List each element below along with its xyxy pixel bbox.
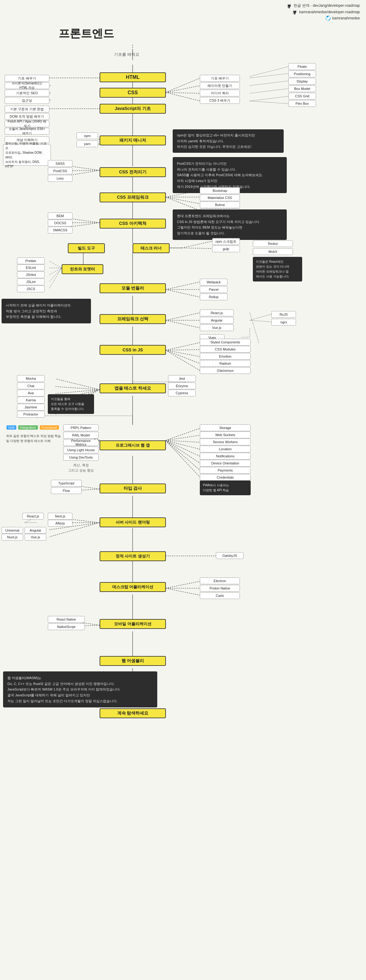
device-orientation-node: Device Orientation <box>200 460 251 466</box>
type-checkers-node[interactable]: 타입 검사 <box>100 484 166 493</box>
dom-manip-node: DOM 조작 방법 배우기 <box>5 113 50 120</box>
svg-line-113 <box>166 588 200 595</box>
module-bundler-node[interactable]: 모듈 번들러 <box>100 283 166 293</box>
github-link-1[interactable]: 한글 번역 - devJang/developer-roadmap <box>287 3 360 8</box>
github-link-2[interactable]: kamranahmedse/developer-roadmap <box>292 10 360 14</box>
learn-basics-node: 기초 배우기 <box>5 75 50 82</box>
svg-line-32 <box>250 81 290 86</box>
css-layouts-node: 레이아웃 만들기 <box>200 82 240 89</box>
github-icon-1 <box>287 3 292 8</box>
svg-line-89 <box>166 441 200 442</box>
svg-line-34 <box>250 96 290 101</box>
rollup-node: Rollup <box>200 294 227 300</box>
less-node: Less <box>48 175 72 182</box>
cypress-node: Cypress <box>168 390 196 396</box>
web-assembly-node[interactable]: 웹 어셈블리 <box>100 656 166 666</box>
css-in-js-node[interactable]: CSS in JS <box>100 345 166 355</box>
keep-learning-node[interactable]: 계속 탐색하세요 <box>100 708 166 718</box>
angular-ss-node: Angular <box>25 527 46 534</box>
svg-line-72 <box>166 350 200 350</box>
css-preprocessor-node[interactable]: CSS 전처리기 <box>100 167 166 177</box>
github-link-1-label: 한글 번역 - devJang/developer-roadmap <box>294 3 360 8</box>
server-side-node[interactable]: 서버 사이드 렌더링 <box>100 517 166 527</box>
emotion-node: Emotion <box>200 353 251 360</box>
nativescript-node: NativeScript <box>48 624 85 630</box>
concepts-detail-node: 호이스팅, 이벤트 버블링, 스코프 프로토타입, Shadow DOM, st… <box>3 144 51 166</box>
angular-node: Angular <box>200 317 234 324</box>
static-site-node[interactable]: 정적 사이트 생성기 <box>100 551 166 561</box>
svg-line-44 <box>166 197 200 204</box>
svg-line-78 <box>56 390 100 394</box>
positioning-node: Positioning <box>288 70 316 77</box>
notifications-node: Notifications <box>200 453 251 460</box>
functional-tag: Functional <box>40 425 59 430</box>
svg-line-90 <box>166 441 200 449</box>
github-link-2-label: kamranahmedse/developer-roadmap <box>299 10 360 14</box>
html-node[interactable]: HTML <box>100 72 166 82</box>
redux-info-box: 이것들은 React에만 관련이 있는 것이 아니며 어떠한 프레임워크나 앱 … <box>253 257 302 282</box>
mobile-apps-node[interactable]: 모바일 어플리케이션 <box>100 619 166 629</box>
css-framework-node[interactable]: CSS 프레임워크 <box>100 192 166 202</box>
desktop-apps-node[interactable]: 데스크탑 어플리케이션 <box>100 582 166 592</box>
twitter-link-label: kamranahmedse <box>332 16 360 20</box>
testing-node[interactable]: 앱을 테스트 하세요 <box>100 383 166 393</box>
pkg-manager-node[interactable]: 패키지 매니저 <box>100 135 166 145</box>
wasm-info-box: 웹 어셈블리(WASM)는 Go, C, C++ 또는 Rust와 같은 고급 … <box>3 671 157 708</box>
glamorous-node: Glamorous <box>200 367 251 374</box>
svg-line-29 <box>166 92 200 101</box>
svg-line-91 <box>166 441 200 457</box>
devtools-node: Using DevTools <box>63 454 99 461</box>
afterjs-node: Afterjs <box>48 520 72 527</box>
service-workers-node: Service Workers <box>200 439 251 445</box>
framework-info-box: 시작하기 전에 싱글 페이지 어플리케이션의 작동 방식 그리고 긍정적인 측면… <box>2 299 91 323</box>
es6-modules-node: 모듈러 JavaScript와 ES6+ 배우기 <box>5 128 50 135</box>
framework-node[interactable]: 프레임워크 선택 <box>100 314 166 324</box>
test-types: Unit Integration Functional <box>6 425 59 430</box>
svg-line-93 <box>166 441 200 471</box>
css-architecture-node[interactable]: CSS 아키텍쳐 <box>100 219 166 229</box>
progressive-web-node[interactable]: 프로그레시브 웹 앱 <box>100 441 166 450</box>
svg-line-62 <box>166 290 200 297</box>
svg-line-74 <box>166 350 200 364</box>
jasmine-node: Jasmine <box>17 404 45 410</box>
flexbox-node: Flex Box <box>288 100 316 107</box>
svg-line-58 <box>50 268 62 282</box>
rxjs-node: RxJS <box>271 311 296 318</box>
header: 한글 번역 - devJang/developer-roadmap kamran… <box>287 3 360 21</box>
parcel-node: Parcel <box>200 286 227 293</box>
jest-node: Jest <box>168 375 196 382</box>
github-icon-2 <box>292 10 297 14</box>
css-node[interactable]: CSS <box>100 88 166 98</box>
jscs-node: JSCS <box>17 285 45 292</box>
twitter-link[interactable]: kamranahmedse <box>326 16 360 21</box>
npm-scripts-node: npm 스크립트 <box>212 238 240 245</box>
svg-line-73 <box>166 350 200 356</box>
typescript-node: TypeScript <box>51 480 82 487</box>
enzyme-node: Enzyme <box>168 382 196 389</box>
webpack-node: Webpack <box>200 279 227 285</box>
jslint-node: JSLint <box>17 278 45 285</box>
mobx-node: MobX <box>253 248 293 255</box>
bulma-node: Bulma <box>200 201 240 208</box>
css-modules-node: CSS Modules <box>200 346 251 353</box>
svg-line-30 <box>250 66 290 76</box>
smacss-node: SMACSS <box>48 227 72 234</box>
svg-line-87 <box>166 428 200 441</box>
build-tools-node[interactable]: 빌드 도구 <box>68 243 105 253</box>
materialize-node: Materialize CSS <box>200 194 240 201</box>
basic-syntax-node: 기본 구문과 기본 문법 <box>5 106 50 112</box>
semantic-html-node: 의미론적(Semantic)인 HTML 작성 <box>5 82 50 89</box>
css3-learn-node: CSS 3 배우기 <box>200 97 240 104</box>
linter-node[interactable]: 린트와 포맷터 <box>62 264 103 274</box>
react-ss-node: React.js <box>22 513 44 520</box>
task-runner-node[interactable]: 테스크 러너 <box>133 243 169 253</box>
payments-node: Payments <box>200 467 251 474</box>
svg-line-92 <box>166 441 200 463</box>
svg-line-75 <box>166 350 200 371</box>
box-model-node: Box Model <box>288 85 316 92</box>
js-basics-node[interactable]: JavaScript의 기초 <box>100 104 166 114</box>
electron-node: Electron <box>200 578 240 584</box>
styled-components-node: Styled Components <box>200 339 251 345</box>
prpl-node: PRPL Pattern <box>63 425 99 431</box>
basic-seo-node: 기본적인 SEO <box>5 90 50 96</box>
